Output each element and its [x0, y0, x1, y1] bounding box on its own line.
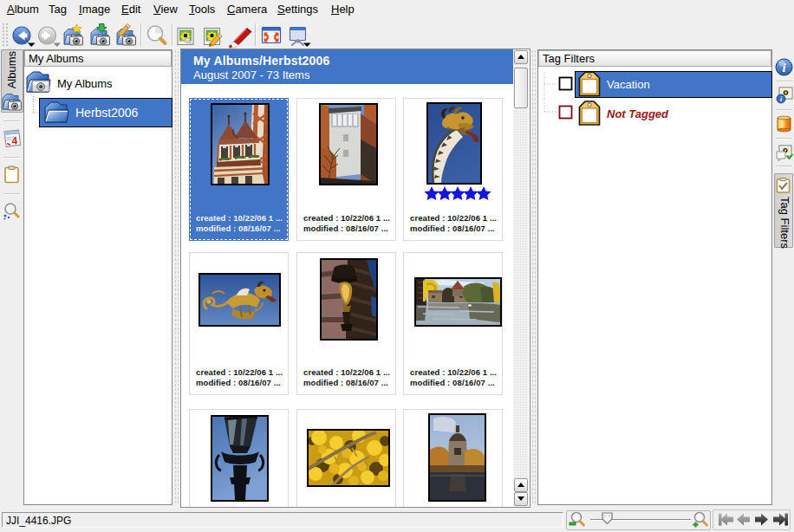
svg-text:4: 4 [11, 134, 18, 146]
